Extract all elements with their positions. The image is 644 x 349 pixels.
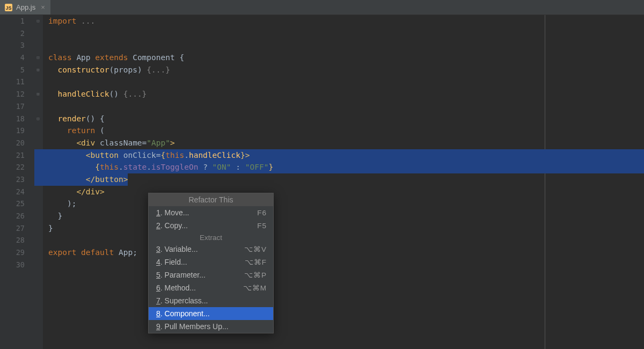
code-token: </button> xyxy=(48,175,128,184)
code-token: isToggleOn xyxy=(151,163,198,171)
menu-item-label: 2. Copy... xyxy=(156,221,188,230)
code-token: import xyxy=(48,17,81,25)
menu-item-method[interactable]: 6. Method...⌥⌘M xyxy=(149,281,273,294)
menu-item-component[interactable]: 8. Component... xyxy=(149,307,273,320)
fold-icon[interactable]: ⊟ xyxy=(35,18,41,24)
menu-item-label: 1. Move... xyxy=(156,208,189,217)
line-number: 23 xyxy=(0,173,25,186)
code-token: } xyxy=(268,163,273,171)
code-token: ( xyxy=(100,126,105,135)
code-token: . xyxy=(184,151,189,159)
line-number: 24 xyxy=(0,186,25,198)
code-token: </div> xyxy=(48,187,105,196)
menu-item-shortcut: ⌥⌘V xyxy=(244,245,267,253)
code-fold[interactable]: {...} xyxy=(123,90,147,98)
menu-item-variable[interactable]: 3. Variable...⌥⌘V xyxy=(149,243,273,256)
code-token: { xyxy=(161,151,166,159)
code-token: { xyxy=(179,53,184,62)
line-number: 30 xyxy=(0,259,25,271)
refactor-context-menu: Refactor This 1. Move...F62. Copy...F5 E… xyxy=(148,193,274,333)
code-token: class xyxy=(48,53,76,62)
menu-item-label: 8. Component... xyxy=(156,309,210,318)
js-file-icon: JS xyxy=(4,3,13,12)
code-token: this xyxy=(165,151,184,159)
code-token: default xyxy=(81,248,119,257)
code-token: return xyxy=(48,126,100,135)
line-number: 21 xyxy=(0,149,25,162)
code-token: this xyxy=(100,163,119,171)
line-number: 26 xyxy=(0,210,25,222)
menu-item-shortcut: F6 xyxy=(257,209,267,217)
code-token: ? xyxy=(198,163,212,171)
code-token: } xyxy=(48,212,62,220)
menu-item-field[interactable]: 4. Field...⌥⌘F xyxy=(149,256,273,268)
code-token: state xyxy=(123,163,147,171)
line-number: 4 xyxy=(0,52,25,64)
line-number: 25 xyxy=(0,198,25,210)
menu-item-shortcut: F5 xyxy=(257,222,267,230)
fold-icon[interactable]: ⊞ xyxy=(35,91,41,97)
code-token: className xyxy=(100,139,142,147)
code-fold[interactable]: {...} xyxy=(147,66,170,74)
code-fold[interactable]: ... xyxy=(81,17,95,25)
code-token: App xyxy=(76,53,95,62)
code-area[interactable]: import ... class App extends Component {… xyxy=(43,15,644,349)
code-token: export xyxy=(48,248,81,257)
code-token: : xyxy=(231,163,245,171)
line-number: 29 xyxy=(0,246,25,259)
line-number-gutter: 1234511121718192021222324252627282930 xyxy=(0,15,34,349)
code-token: extends xyxy=(95,53,133,62)
code-token: handleClick xyxy=(189,151,240,159)
code-token: render xyxy=(48,114,86,123)
menu-item-shortcut: ⌥⌘F xyxy=(245,258,267,266)
code-token: handleClick xyxy=(48,90,109,98)
tab-bar: JS App.js × xyxy=(0,0,644,15)
svg-text:JS: JS xyxy=(5,5,11,11)
menu-item-move[interactable]: 1. Move...F6 xyxy=(149,206,273,219)
code-token: "ON" xyxy=(213,163,231,171)
code-token: } xyxy=(48,224,53,232)
line-number: 12 xyxy=(0,88,25,100)
code-token: () { xyxy=(86,114,105,123)
menu-item-label: 6. Method... xyxy=(156,283,196,292)
line-number: 2 xyxy=(0,27,25,40)
code-token: . xyxy=(147,163,151,171)
code-token: () xyxy=(109,90,123,98)
code-token xyxy=(48,163,95,171)
line-number: 17 xyxy=(0,100,25,113)
menu-section-extract: Extract xyxy=(149,232,273,243)
line-number: 19 xyxy=(0,125,25,137)
menu-item-label: 5. Parameter... xyxy=(156,271,206,279)
fold-icon[interactable]: ⊟ xyxy=(35,116,41,121)
menu-item-shortcut: ⌥⌘P xyxy=(244,271,267,279)
line-number: 3 xyxy=(0,39,25,52)
menu-item-label: 3. Variable... xyxy=(156,245,198,253)
close-icon[interactable]: × xyxy=(41,3,45,11)
fold-icon[interactable]: ⊟ xyxy=(35,55,41,60)
fold-icon[interactable]: ⊞ xyxy=(35,67,41,72)
menu-item-copy[interactable]: 2. Copy...F5 xyxy=(149,219,273,232)
menu-item-shortcut: ⌥⌘M xyxy=(243,283,267,292)
line-number: 27 xyxy=(0,222,25,235)
code-token: constructor xyxy=(48,66,109,74)
tab-filename: App.js xyxy=(16,3,35,11)
menu-item-label: 4. Field... xyxy=(156,258,187,266)
line-number: 11 xyxy=(0,76,25,88)
line-number: 18 xyxy=(0,113,25,125)
menu-item-parameter[interactable]: 5. Parameter...⌥⌘P xyxy=(149,268,273,281)
line-number: 5 xyxy=(0,64,25,76)
editor: 1234511121718192021222324252627282930 ⊟ … xyxy=(0,15,644,349)
code-token: (props) xyxy=(109,66,147,74)
menu-item-superclass[interactable]: 7. Superclass... xyxy=(149,294,273,307)
line-number: 28 xyxy=(0,234,25,246)
code-token: = xyxy=(156,151,161,159)
code-token: ); xyxy=(48,199,76,208)
code-token: "App" xyxy=(147,139,170,147)
code-token: . xyxy=(119,163,123,171)
line-number: 20 xyxy=(0,137,25,149)
file-tab[interactable]: JS App.js × xyxy=(0,0,50,14)
menu-item-pull-members-up[interactable]: 9. Pull Members Up... xyxy=(149,320,273,333)
menu-item-label: 9. Pull Members Up... xyxy=(156,322,229,331)
code-token: <button xyxy=(48,151,123,159)
code-token: onClick xyxy=(123,151,156,159)
